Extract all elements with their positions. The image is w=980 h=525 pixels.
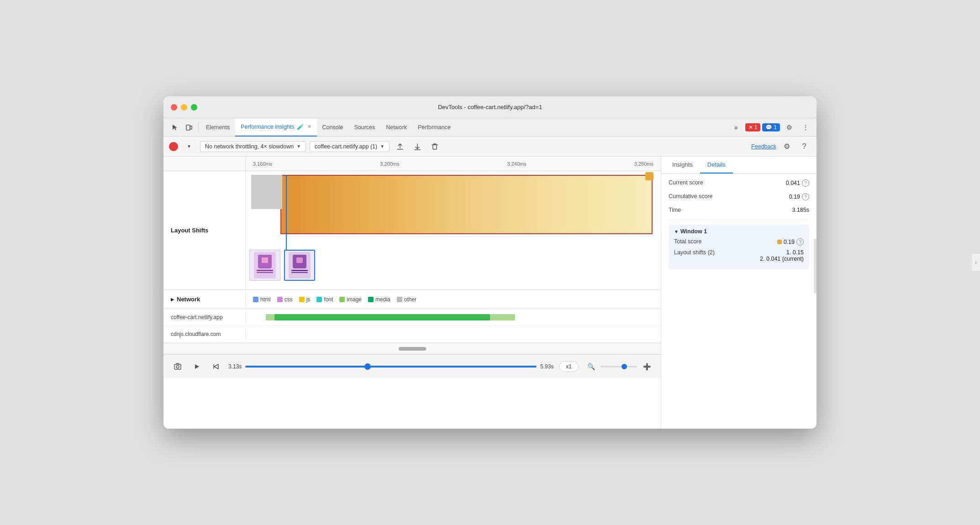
- right-scrollbar[interactable]: [814, 239, 817, 294]
- thumbnails-row: [246, 250, 661, 281]
- time-range: 3.13s 5.93s: [228, 363, 553, 370]
- traffic-lights: [171, 104, 197, 110]
- cursor-icon-btn[interactable]: [167, 120, 182, 135]
- scrollbar-thumb[interactable]: [399, 347, 426, 351]
- legend-image: image: [339, 296, 362, 303]
- delete-button[interactable]: [428, 140, 442, 153]
- legend-font: font: [316, 296, 333, 303]
- svg-rect-3: [174, 364, 181, 369]
- request-label-1: coffee-cart.netlify.app: [163, 312, 246, 322]
- zoom-in-btn[interactable]: ➕: [640, 360, 653, 373]
- network-label[interactable]: ▶ Network: [163, 292, 246, 306]
- thumbnail-after[interactable]: [284, 250, 315, 281]
- toolbar-help-btn[interactable]: ?: [797, 140, 811, 153]
- metric-time: Time 3.185s: [669, 207, 809, 213]
- thumbnail-before[interactable]: [249, 250, 280, 281]
- settings-icon-btn[interactable]: ⚙: [782, 120, 796, 135]
- metric-divider: [669, 220, 809, 220]
- upload-button[interactable]: [393, 140, 407, 153]
- shift-rectangle: [280, 175, 653, 234]
- kebab-menu-btn[interactable]: ⋮: [798, 120, 813, 135]
- record-dropdown-btn[interactable]: ▼: [182, 139, 196, 154]
- shift-before-rect: [251, 175, 282, 209]
- svg-rect-0: [186, 125, 190, 130]
- layout-shifts-section: Layout Shifts: [163, 171, 661, 290]
- window-title: DevTools - coffee-cart.netlify.app/?ad=1: [438, 104, 542, 110]
- window-total-score: Total score 0.19 ?: [674, 238, 804, 246]
- bottom-controls: 3.13s 5.93s x1 🔍 ➕: [163, 354, 661, 378]
- zoom-controls: 🔍 ➕: [584, 360, 653, 373]
- time-start: 3.13s: [228, 363, 242, 370]
- layout-shifts-content[interactable]: [246, 171, 661, 289]
- close-light[interactable]: [171, 104, 177, 110]
- legend-other: other: [397, 296, 416, 303]
- throttle-dropdown[interactable]: No network throttling, 4× slowdown ▼: [200, 141, 306, 152]
- time-end: 5.93s: [540, 363, 553, 370]
- tab-network[interactable]: Network: [380, 118, 412, 136]
- right-tabs: Insights Details: [661, 157, 817, 174]
- tab-elements[interactable]: Elements: [200, 118, 235, 136]
- request-label-2: cdnjs.cloudflare.com: [163, 329, 246, 339]
- legend-js: js: [299, 296, 311, 303]
- request-bar-1: [246, 309, 661, 326]
- tab-sources[interactable]: Sources: [348, 118, 380, 136]
- svg-point-4: [176, 365, 179, 368]
- target-dropdown[interactable]: coffee-cart.netlify.app (1) ▼: [310, 141, 390, 152]
- request-bar-2: [246, 326, 661, 342]
- time-labels: 3,160ms 3,200ms 3,240ms 3,280ms: [246, 161, 661, 167]
- legend-media: media: [368, 296, 390, 303]
- main-content: 3,160ms 3,200ms 3,240ms 3,280ms Layout S…: [163, 157, 817, 429]
- shift-time-marker: [286, 175, 287, 257]
- svg-rect-1: [190, 126, 192, 129]
- zoom-out-btn[interactable]: 🔍: [584, 360, 598, 373]
- tab-right-icons: » ✕ 1 💬 1 ⚙ ⋮: [729, 120, 813, 135]
- network-requests: coffee-cart.netlify.app cdnjs.cloudflare…: [163, 309, 661, 343]
- feedback-link[interactable]: Feedback: [751, 143, 776, 150]
- zoom-slider[interactable]: [601, 366, 637, 368]
- metric-cumulative-score: Cumulative score 0.19 ?: [669, 193, 809, 200]
- network-section: ▶ Network html css: [163, 290, 661, 343]
- tab-performance[interactable]: Performance: [412, 118, 456, 136]
- skip-back-btn[interactable]: [209, 360, 223, 373]
- speed-badge[interactable]: x1: [559, 361, 579, 372]
- error-badge[interactable]: ✕ 1: [745, 123, 761, 131]
- left-panel: 3,160ms 3,200ms 3,240ms 3,280ms Layout S…: [163, 157, 661, 429]
- request-row-2[interactable]: cdnjs.cloudflare.com: [163, 326, 661, 343]
- tab-console[interactable]: Console: [317, 118, 349, 136]
- tab-bar: Elements Performance insights 🧪 ✕ Consol…: [163, 118, 817, 136]
- more-tabs-btn[interactable]: »: [729, 120, 743, 135]
- record-button[interactable]: [169, 142, 178, 151]
- tab-performance-insights[interactable]: Performance insights 🧪 ✕: [235, 118, 316, 136]
- svg-rect-2: [433, 145, 437, 149]
- window-section: ▼ Window 1 Total score 0.19 ?: [669, 225, 809, 269]
- current-score-info[interactable]: ?: [802, 179, 809, 187]
- title-bar: DevTools - coffee-cart.netlify.app/?ad=1: [163, 96, 817, 118]
- screenshot-btn[interactable]: [171, 360, 184, 373]
- layout-shifts-label: Layout Shifts: [163, 171, 246, 289]
- minimize-light[interactable]: [181, 104, 187, 110]
- play-btn[interactable]: [190, 360, 204, 373]
- tab-details[interactable]: Details: [700, 157, 733, 173]
- maximize-light[interactable]: [191, 104, 197, 110]
- orange-indicator: [777, 240, 782, 244]
- timeline-slider[interactable]: [245, 366, 537, 368]
- shift-indicator: [645, 172, 653, 180]
- zoom-thumb: [622, 364, 627, 369]
- metric-current-score: Current score 0.041 ?: [669, 179, 809, 187]
- toolbar: ▼ No network throttling, 4× slowdown ▼ c…: [163, 136, 817, 157]
- request-row-1[interactable]: coffee-cart.netlify.app: [163, 309, 661, 326]
- cumulative-score-info[interactable]: ?: [802, 193, 809, 200]
- network-header: ▶ Network html css: [163, 290, 661, 309]
- total-score-info[interactable]: ?: [796, 238, 804, 246]
- time-ruler: 3,160ms 3,200ms 3,240ms 3,280ms: [163, 157, 661, 171]
- device-icon-btn[interactable]: [182, 120, 196, 135]
- tab-insights[interactable]: Insights: [665, 157, 700, 173]
- horizontal-scrollbar[interactable]: [163, 343, 661, 354]
- legend-html: html: [253, 296, 271, 303]
- tab-separator-1: [198, 123, 199, 132]
- download-button[interactable]: [411, 140, 424, 153]
- toolbar-settings-btn[interactable]: ⚙: [780, 140, 794, 153]
- window-layout-shifts: Layout shifts (2) 1. 0.15 2. 0.041 (curr…: [674, 249, 804, 262]
- tab-close-icon[interactable]: ✕: [307, 124, 311, 130]
- info-badge[interactable]: 💬 1: [762, 123, 780, 131]
